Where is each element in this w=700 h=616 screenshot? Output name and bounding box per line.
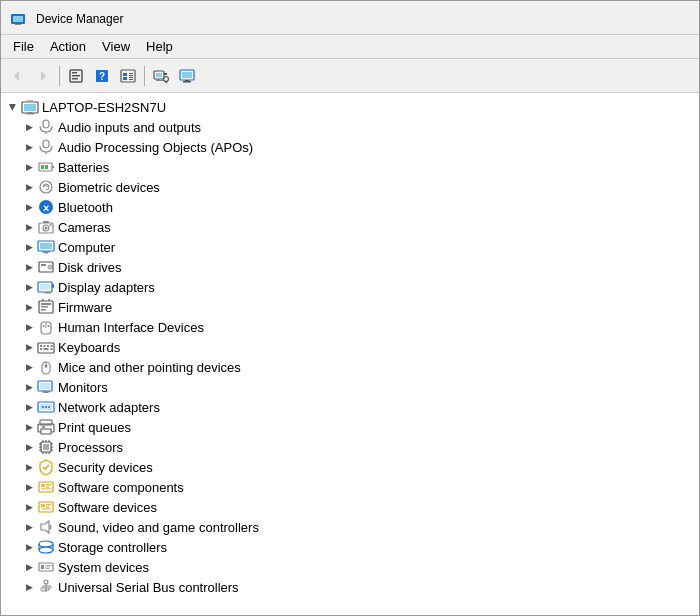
svg-rect-86 (44, 392, 48, 393)
svg-point-89 (42, 406, 44, 408)
svg-rect-16 (129, 77, 133, 78)
list-item[interactable]: ▶ Security devices (1, 457, 699, 477)
list-item[interactable]: ▶ Audio Processing Objects (APOs) (1, 137, 699, 157)
svg-rect-20 (164, 73, 167, 75)
list-item[interactable]: ▶ Software devices (1, 497, 699, 517)
list-item[interactable]: ▶ Batteries (1, 157, 699, 177)
svg-rect-55 (41, 264, 46, 266)
svg-rect-111 (41, 484, 45, 487)
list-item[interactable]: ▶ Computer (1, 237, 699, 257)
chevron-cameras: ▶ (21, 219, 37, 235)
window-title: Device Manager (36, 12, 123, 26)
chevron-display: ▶ (21, 279, 37, 295)
svg-rect-76 (51, 345, 53, 347)
list-item[interactable]: ▶ Proces (1, 437, 699, 457)
svg-text:?: ? (99, 71, 105, 82)
svg-rect-64 (41, 306, 48, 308)
label-audio-inputs: Audio inputs and outputs (58, 120, 201, 135)
svg-point-121 (39, 541, 53, 547)
svg-rect-14 (129, 73, 133, 74)
chevron-sound: ▶ (21, 519, 37, 535)
menu-file[interactable]: File (5, 37, 42, 56)
label-security: Security devices (58, 460, 153, 475)
svg-point-47 (45, 227, 48, 230)
chevron-print: ▶ (21, 419, 37, 435)
chevron-system: ▶ (21, 559, 37, 575)
icon-keyboards (37, 338, 55, 356)
menu-help[interactable]: Help (138, 37, 181, 56)
scan-button[interactable] (149, 64, 173, 88)
forward-button[interactable] (31, 64, 55, 88)
list-button[interactable] (116, 64, 140, 88)
title-bar-icon (9, 10, 27, 28)
icon-batteries (37, 158, 55, 176)
chevron-usb: ▶ (21, 579, 37, 595)
list-item[interactable]: ▶ Display adapters (1, 277, 699, 297)
svg-rect-34 (43, 120, 49, 128)
label-processors: Processors (58, 440, 123, 455)
label-bluetooth: Bluetooth (58, 200, 113, 215)
chevron-batteries: ▶ (21, 159, 37, 175)
svg-rect-84 (40, 383, 50, 389)
svg-point-70 (43, 325, 45, 327)
svg-rect-74 (44, 345, 46, 347)
icon-cameras (37, 218, 55, 236)
root-node[interactable]: ▶ LAPTOP-ESH2SN7U (1, 97, 699, 117)
icon-firmware (37, 298, 55, 316)
svg-rect-53 (44, 252, 48, 254)
list-item[interactable]: ▶ Human Interface Devices (1, 317, 699, 337)
icon-hid (37, 318, 55, 336)
icon-sound (37, 518, 55, 536)
root-chevron: ▶ (5, 99, 21, 115)
svg-rect-75 (47, 345, 49, 347)
update-button[interactable] (175, 64, 199, 88)
chevron-mice: ▶ (21, 359, 37, 375)
menu-action[interactable]: Action (42, 37, 94, 56)
label-disk: Disk drives (58, 260, 122, 275)
list-item[interactable]: ▶ Print queues (1, 417, 699, 437)
icon-storage (37, 538, 55, 556)
list-item[interactable]: ▶ Keyboards (1, 337, 699, 357)
root-icon (21, 98, 39, 116)
icon-bluetooth: ⅹ (37, 198, 55, 216)
svg-rect-7 (72, 75, 80, 77)
svg-rect-26 (182, 72, 192, 78)
svg-rect-59 (40, 284, 50, 290)
menu-view[interactable]: View (94, 37, 138, 56)
list-item[interactable]: ▶ Monitors (1, 377, 699, 397)
label-software-components: Software components (58, 480, 184, 495)
properties-button[interactable] (64, 64, 88, 88)
svg-rect-97 (43, 444, 49, 450)
label-hid: Human Interface Devices (58, 320, 204, 335)
list-item[interactable]: ▶ Biometric devices (1, 177, 699, 197)
list-item[interactable]: ▶ Audio inputs and outputs (1, 117, 699, 137)
list-item[interactable]: ▶ Cameras (1, 217, 699, 237)
list-item[interactable]: ▶ Firmware (1, 297, 699, 317)
label-computer: Computer (58, 240, 115, 255)
list-item[interactable]: ▶ Storage controllers (1, 537, 699, 557)
list-item[interactable]: ▶ Network adapters (1, 397, 699, 417)
toolbar-separator-1 (59, 66, 60, 86)
svg-rect-17 (129, 79, 133, 80)
svg-rect-132 (47, 586, 51, 588)
svg-rect-112 (46, 484, 51, 486)
back-button[interactable] (5, 64, 29, 88)
icon-display (37, 278, 55, 296)
list-item[interactable]: ▶ Mice and other pointing devices (1, 357, 699, 377)
list-item[interactable]: ▶ ⅹ Bluetooth (1, 197, 699, 217)
list-item[interactable]: ▶ Disk drives (1, 257, 699, 277)
list-item[interactable]: ▶ Software components (1, 477, 699, 497)
device-manager-window: Device Manager File Action View Help (0, 0, 700, 616)
icon-network (37, 398, 55, 416)
help-button[interactable]: ? (90, 64, 114, 88)
svg-rect-117 (46, 504, 51, 506)
svg-rect-41 (45, 165, 48, 169)
list-item[interactable]: ▶ Universal Serial Bus controllers (1, 577, 699, 597)
list-item[interactable]: ▶ Sound, video and game controllers (1, 517, 699, 537)
icon-software-devices (37, 498, 55, 516)
svg-rect-36 (43, 140, 49, 148)
svg-rect-113 (46, 487, 49, 489)
label-batteries: Batteries (58, 160, 109, 175)
svg-rect-66 (42, 299, 44, 301)
list-item[interactable]: ▶ System devices (1, 557, 699, 577)
